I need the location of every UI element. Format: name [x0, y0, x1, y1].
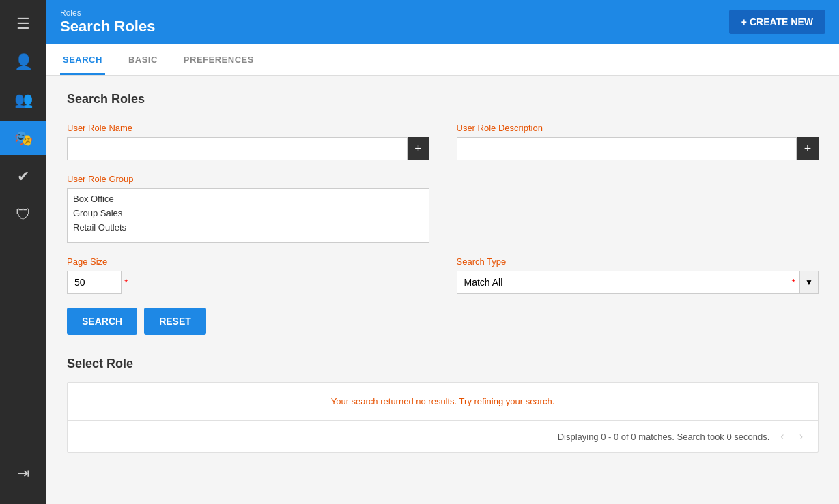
results-footer: Displaying 0 - 0 of 0 matches. Search to… [68, 420, 818, 452]
listbox-item-retail-outlets[interactable]: Retail Outlets [68, 220, 429, 235]
user-role-name-input-wrapper: + [67, 137, 429, 160]
search-type-group: Search Type Match All Match Any * ▼ [457, 256, 819, 294]
search-type-select[interactable]: Match All Match Any [457, 271, 819, 294]
results-container: Your search returned no results. Try ref… [67, 382, 819, 453]
create-new-button[interactable]: + CREATE NEW [729, 10, 825, 34]
form-row-1: User Role Name + User Role Description + [67, 123, 819, 160]
sidebar: ☰ 👤 👥 🎭 ✔ 🛡 ⇥ [0, 0, 46, 504]
search-type-required-star: * [792, 277, 795, 288]
tab-basic[interactable]: BASIC [126, 44, 160, 75]
tab-bar: SEARCH BASIC PREFERENCES [46, 44, 839, 76]
page-title: Search Roles [60, 18, 155, 35]
tab-search[interactable]: SEARCH [60, 44, 105, 75]
shield-icon: 🛡 [16, 206, 31, 224]
page-size-wrapper: * [67, 271, 429, 294]
prev-page-button[interactable]: ‹ [776, 429, 788, 444]
breadcrumb: Roles [60, 8, 155, 18]
next-page-button[interactable]: › [795, 429, 807, 444]
page-size-group: Page Size * [67, 256, 429, 294]
page-size-input[interactable] [67, 271, 122, 294]
roles-icon: 🎭 [14, 130, 33, 147]
user-role-description-label: User Role Description [457, 123, 819, 133]
form-row-2: User Role Group Box Office Group Sales R… [67, 174, 819, 243]
results-footer-text: Displaying 0 - 0 of 0 matches. Search to… [558, 432, 770, 442]
user-role-group-listbox[interactable]: Box Office Group Sales Retail Outlets [67, 188, 429, 243]
user-role-group-label: User Role Group [67, 174, 429, 184]
menu-icon: ☰ [16, 15, 30, 33]
logout-icon: ⇥ [17, 464, 29, 482]
user-role-description-group: User Role Description + [457, 123, 819, 160]
user-role-name-label: User Role Name [67, 123, 429, 133]
select-role-title: Select Role [67, 357, 819, 371]
user-role-name-add-button[interactable]: + [408, 137, 429, 160]
users-icon: 👥 [14, 91, 33, 109]
tasks-icon: ✔ [17, 168, 29, 186]
sidebar-item-tasks[interactable]: ✔ [0, 160, 46, 194]
user-role-group-group: User Role Group Box Office Group Sales R… [67, 174, 429, 243]
no-results-message: Your search returned no results. Try ref… [68, 383, 818, 420]
main-content: Roles Search Roles + CREATE NEW SEARCH B… [46, 0, 839, 504]
listbox-item-box-office[interactable]: Box Office [68, 192, 429, 206]
sidebar-item-user[interactable]: 👤 [0, 45, 46, 79]
search-type-label: Search Type [457, 256, 819, 267]
user-role-description-add-button[interactable]: + [797, 137, 819, 160]
page-size-required-star: * [124, 277, 128, 288]
tab-preferences[interactable]: PREFERENCES [181, 44, 257, 75]
sidebar-item-menu[interactable]: ☰ [0, 7, 46, 41]
empty-right-col [457, 174, 819, 243]
sidebar-item-roles[interactable]: 🎭 [0, 121, 46, 155]
sidebar-item-users[interactable]: 👥 [0, 83, 46, 117]
content-area: Search Roles User Role Name + User Role … [46, 76, 839, 504]
action-buttons: SEARCH RESET [67, 308, 819, 335]
search-button[interactable]: SEARCH [67, 308, 137, 335]
sidebar-item-security[interactable]: 🛡 [0, 198, 46, 232]
user-role-description-input-wrapper: + [457, 137, 819, 160]
sidebar-item-logout[interactable]: ⇥ [0, 456, 46, 490]
user-role-description-input[interactable] [457, 137, 797, 160]
search-section-title: Search Roles [67, 92, 819, 106]
form-row-3: Page Size * Search Type Match All Match … [67, 256, 819, 294]
user-role-name-group: User Role Name + [67, 123, 429, 160]
search-type-select-wrapper: Match All Match Any * ▼ [457, 271, 819, 294]
user-role-name-input[interactable] [67, 137, 408, 160]
header-left: Roles Search Roles [60, 8, 155, 35]
page-size-label: Page Size [67, 256, 429, 267]
page-header: Roles Search Roles + CREATE NEW [46, 0, 839, 44]
reset-button[interactable]: RESET [144, 308, 206, 335]
user-icon: 👤 [14, 53, 33, 71]
listbox-item-group-sales[interactable]: Group Sales [68, 206, 429, 220]
